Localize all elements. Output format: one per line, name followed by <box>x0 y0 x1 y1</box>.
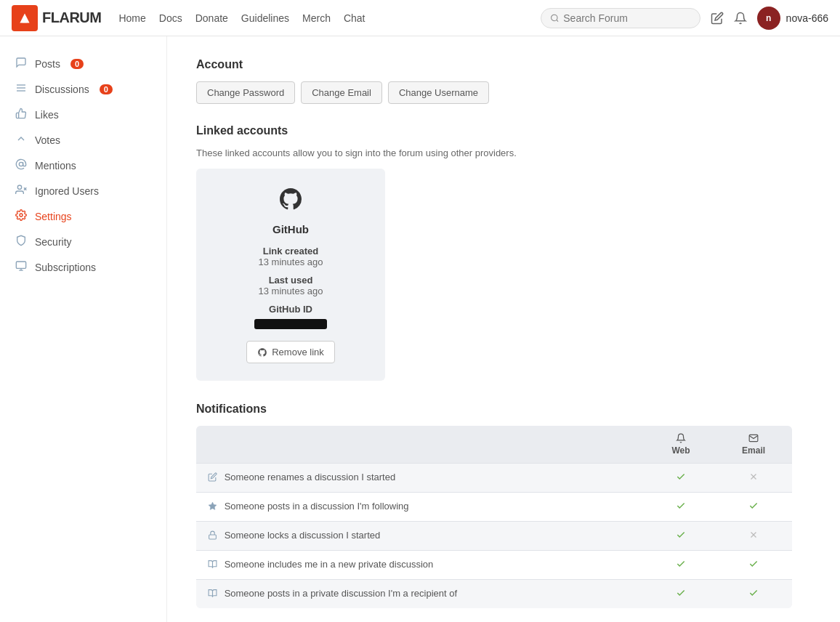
sidebar-item-security[interactable]: Security <box>0 229 166 254</box>
discussions-icon <box>15 82 28 96</box>
notification-row: Someone renames a discussion I started <box>196 464 792 493</box>
nav-link-donate[interactable]: Donate <box>195 12 228 24</box>
linked-accounts-section: Linked accounts These linked accounts al… <box>196 124 792 381</box>
svg-point-9 <box>20 214 23 217</box>
notif-col-web: Web <box>647 426 715 464</box>
account-section: Account Change Password Change Email Cha… <box>196 58 792 104</box>
sidebar-item-ignored-users[interactable]: Ignored Users <box>0 178 166 203</box>
github-id-label: GitHub ID <box>214 304 368 315</box>
notif-label-cell: Someone locks a discussion I started <box>196 522 647 551</box>
github-icon <box>214 186 368 219</box>
discussions-label: Discussions <box>35 84 89 95</box>
sidebar-item-settings[interactable]: Settings <box>0 203 166 229</box>
notif-label-cell: Someone posts in a private discussion I'… <box>196 580 647 609</box>
remove-link-label: Remove link <box>272 347 324 358</box>
notifications-table: Web Email Someone renames a <box>196 426 792 608</box>
search-bar[interactable] <box>541 8 700 28</box>
last-used-value: 13 minutes ago <box>214 286 368 296</box>
notifications-button[interactable] <box>734 12 747 25</box>
sidebar: Posts 0 Discussions 0 Likes <box>0 36 167 622</box>
last-used-label: Last used <box>214 275 368 286</box>
flarum-logo-svg <box>17 10 33 26</box>
navbar: FLARUM Home Docs Donate Guidelines Merch… <box>0 0 840 36</box>
posts-label: Posts <box>35 58 60 70</box>
logo-text: FLARUM <box>42 9 101 26</box>
notif-col-email: Email <box>715 426 792 464</box>
sidebar-item-likes[interactable]: Likes <box>0 102 166 127</box>
username-label: nova-666 <box>786 12 828 24</box>
ignored-users-label: Ignored Users <box>35 185 99 197</box>
svg-rect-16 <box>209 535 217 539</box>
mentions-icon <box>15 158 28 172</box>
nav-link-merch[interactable]: Merch <box>302 12 331 24</box>
compose-icon <box>711 12 724 25</box>
nav-icons: n nova-666 <box>711 7 828 30</box>
svg-point-0 <box>551 15 557 20</box>
sidebar-item-subscriptions[interactable]: Subscriptions <box>0 254 166 280</box>
sidebar-item-discussions[interactable]: Discussions 0 <box>0 76 166 102</box>
nav-link-guidelines[interactable]: Guidelines <box>241 12 289 24</box>
github-name: GitHub <box>214 223 368 235</box>
notifications-header: Web Email <box>196 426 792 464</box>
mentions-label: Mentions <box>35 160 76 171</box>
web-col-label: Web <box>671 445 690 456</box>
compose-button[interactable] <box>711 12 724 25</box>
change-username-button[interactable]: Change Username <box>388 81 489 104</box>
sidebar-item-posts[interactable]: Posts 0 <box>0 51 166 76</box>
nav-link-home[interactable]: Home <box>118 12 145 24</box>
avatar: n <box>757 7 780 30</box>
posts-badge: 0 <box>70 59 84 69</box>
notif-label-cell: Someone renames a discussion I started <box>196 464 647 493</box>
notif-email-cell <box>715 464 792 493</box>
settings-icon <box>15 209 28 223</box>
notif-col-type <box>196 426 647 464</box>
notif-email-cell <box>715 493 792 522</box>
notif-row-icon <box>208 501 217 513</box>
subscriptions-label: Subscriptions <box>35 262 96 273</box>
notif-email-cell <box>715 551 792 580</box>
link-created-label: Link created <box>214 246 368 257</box>
nav-link-docs[interactable]: Docs <box>159 12 182 24</box>
notification-row: Someone posts in a discussion I'm follow… <box>196 493 792 522</box>
change-email-button[interactable]: Change Email <box>301 81 382 104</box>
notif-row-icon <box>208 560 217 571</box>
svg-rect-10 <box>16 262 25 268</box>
logo[interactable]: FLARUM <box>12 5 101 31</box>
logo-icon <box>12 5 38 31</box>
github-link-info: Link created 13 minutes ago Last used 13… <box>214 246 368 329</box>
sidebar-item-votes[interactable]: Votes <box>0 127 166 153</box>
subscriptions-icon <box>15 260 28 274</box>
nav-link-chat[interactable]: Chat <box>344 12 366 24</box>
notif-web-cell <box>647 493 715 522</box>
notif-label-cell: Someone posts in a discussion I'm follow… <box>196 493 647 522</box>
email-col-label: Email <box>742 445 765 456</box>
github-card: GitHub Link created 13 minutes ago Last … <box>196 169 385 381</box>
notif-row-label: Someone posts in a discussion I'm follow… <box>225 501 409 512</box>
settings-label: Settings <box>35 211 72 222</box>
linked-accounts-desc: These linked accounts allow you to sign … <box>196 148 792 158</box>
votes-label: Votes <box>35 134 60 146</box>
user-menu-button[interactable]: n nova-666 <box>757 7 828 30</box>
web-bell-icon <box>676 433 686 443</box>
search-input[interactable] <box>563 12 690 24</box>
notif-row-label: Someone includes me in a new private dis… <box>225 559 434 570</box>
notif-row-icon <box>208 589 217 600</box>
notif-web-cell <box>647 551 715 580</box>
notif-row-icon <box>208 530 217 542</box>
notification-row: Someone locks a discussion I started <box>196 522 792 551</box>
posts-icon <box>15 57 28 70</box>
change-password-button[interactable]: Change Password <box>196 81 295 104</box>
link-created-value: 13 minutes ago <box>214 257 368 267</box>
notif-label-cell: Someone includes me in a new private dis… <box>196 551 647 580</box>
likes-icon <box>15 108 28 121</box>
notification-row: Someone posts in a private discussion I'… <box>196 580 792 609</box>
page-layout: Posts 0 Discussions 0 Likes <box>0 36 840 622</box>
account-title: Account <box>196 58 792 71</box>
remove-link-button[interactable]: Remove link <box>246 341 335 363</box>
notif-web-cell <box>647 580 715 609</box>
notif-web-cell <box>647 464 715 493</box>
sidebar-item-mentions[interactable]: Mentions <box>0 153 166 178</box>
notification-row: Someone includes me in a new private dis… <box>196 551 792 580</box>
security-icon <box>15 235 28 249</box>
search-icon <box>550 13 560 23</box>
